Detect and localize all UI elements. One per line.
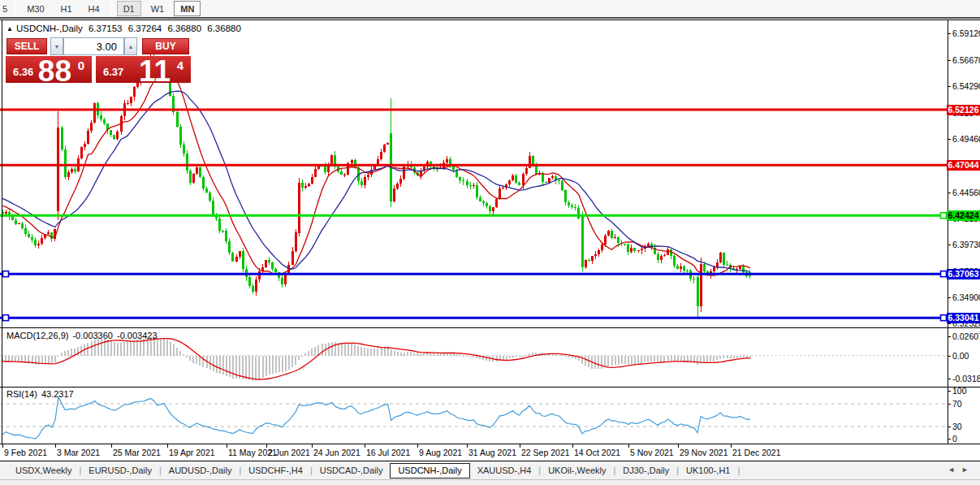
chart-tab-usdcnh-daily[interactable]: USDCNH-,Daily <box>390 463 469 479</box>
chart-tab-uk100-h1[interactable]: UK100-,H1 <box>679 463 737 478</box>
ohlc-low: 6.36880 <box>167 24 201 33</box>
date-label: 14 Oct 2021 <box>574 448 620 457</box>
price-axis-separator[interactable] <box>948 19 948 444</box>
date-tick <box>520 444 520 448</box>
rsi-axis-tick <box>948 391 951 392</box>
price-tick <box>948 86 951 87</box>
rsi-axis-label: 70 <box>952 399 962 409</box>
tab-scroll-arrows[interactable]: ◄► <box>948 466 975 474</box>
chart-tab-dj30-daily[interactable]: DJ30-,Daily <box>615 463 676 478</box>
date-tick <box>572 444 573 448</box>
volume-decrease-button[interactable]: ▼ <box>50 37 63 55</box>
rsi-panel[interactable] <box>0 388 948 444</box>
date-label: 25 Mar 2021 <box>113 448 161 457</box>
level-price-badge: 6.52126 <box>947 105 980 115</box>
timeframe-button-d1[interactable]: D1 <box>117 1 141 16</box>
level-price-badge: 6.47044 <box>947 160 980 171</box>
date-tick <box>227 444 227 448</box>
date-tick <box>167 444 168 448</box>
toolbar-separator <box>111 2 112 16</box>
sell-price-quote[interactable]: 6.36 88 0 <box>6 56 92 83</box>
volume-input[interactable] <box>63 37 124 55</box>
date-label: 2 Jun 2021 <box>268 448 310 457</box>
level-price-badge: 6.33041 <box>947 313 980 323</box>
price-tick <box>948 297 951 298</box>
rsi-name: RSI(14) <box>6 389 37 399</box>
candles <box>2 48 752 319</box>
date-tick <box>266 444 267 448</box>
timeframe-button-h4[interactable]: H4 <box>82 1 106 16</box>
chart-tab-bar: USDX,Weekly|EURUSD-,Daily|AUDUSD-,Daily|… <box>0 461 980 479</box>
date-tick <box>2 444 3 448</box>
mt4-terminal: 5M30H1H4D1W1MN ▲USDCNH-,Daily 6.37153 6.… <box>0 0 980 485</box>
chart-tab-ukoil-weekly[interactable]: UKOil-,Weekly <box>541 463 613 478</box>
date-tick <box>55 444 56 448</box>
tab-scroll-left-icon[interactable]: ◄ <box>948 466 961 474</box>
price-tick <box>948 60 951 61</box>
date-tick <box>365 444 365 448</box>
buy-price-big: 11 <box>139 56 171 86</box>
chart-tab-eurusd-daily[interactable]: EURUSD-,Daily <box>81 463 159 478</box>
date-label: 24 Jun 2021 <box>313 448 360 457</box>
ohlc-high: 6.37264 <box>128 24 162 33</box>
chart-tab-xauusd-h4[interactable]: XAUUSD-,H4 <box>470 463 539 478</box>
macd-axis-tick <box>948 356 951 357</box>
price-tick <box>948 323 951 324</box>
sell-button[interactable]: SELL <box>6 38 47 54</box>
price-axis-label: 6.39730 <box>952 240 980 249</box>
rsi-separator[interactable] <box>0 387 980 388</box>
timeframe-button-h1[interactable]: H1 <box>54 1 79 16</box>
rsi-label: RSI(14)43.2317 <box>6 389 78 399</box>
timeframe-button-5[interactable]: 5 <box>0 1 10 16</box>
level-handle <box>3 271 9 277</box>
price-tick <box>948 245 951 245</box>
macd-histogram <box>2 337 751 380</box>
chart-tab-usdchf-h4[interactable]: USDCHF-,H4 <box>241 463 310 478</box>
buy-button[interactable]: BUY <box>142 38 189 54</box>
date-tick <box>628 444 629 448</box>
chart-left-border <box>2 19 2 444</box>
timeframe-button-w1[interactable]: W1 <box>145 1 171 16</box>
symbol-period-label: USDCNH-,Daily <box>16 24 83 33</box>
rsi-axis-tick <box>948 439 951 440</box>
timeframe-toolbar: 5M30H1H4D1W1MN <box>0 0 980 19</box>
chart-tab-usdcad-daily[interactable]: USDCAD-,Daily <box>313 463 391 478</box>
status-strip <box>0 479 980 485</box>
date-label: 31 Aug 2021 <box>468 448 516 457</box>
date-tick <box>678 444 679 448</box>
ma-slow-line <box>2 91 750 271</box>
date-label: 22 Sep 2021 <box>521 448 570 457</box>
buy-price-quote[interactable]: 6.37 11 4 <box>96 56 191 83</box>
volume-increase-button[interactable]: ▲ <box>124 37 137 55</box>
chart-top-border <box>0 19 980 20</box>
macd-separator[interactable] <box>0 327 980 328</box>
tab-scroll-right-icon[interactable]: ► <box>961 466 975 474</box>
date-label: 19 Apr 2021 <box>169 448 215 457</box>
rsi-axis-label: 0 <box>952 434 957 444</box>
chart-tab-audusd-daily[interactable]: AUDUSD-,Daily <box>162 463 240 478</box>
macd-name: MACD(12,26,9) <box>6 331 68 340</box>
timeframe-button-mn[interactable]: MN <box>174 1 201 16</box>
timeframe-button-m30[interactable]: M30 <box>20 1 50 16</box>
level-price-badge: 6.37063 <box>947 269 980 279</box>
macd-axis-label: 0.00 <box>952 351 969 361</box>
date-label: 3 Mar 2021 <box>57 448 100 457</box>
macd-label: MACD(12,26,9)-0.003360-0.003423 <box>6 331 162 340</box>
macd-axis-tick <box>948 336 951 337</box>
date-tick <box>417 444 418 448</box>
date-label: 9 Feb 2021 <box>4 448 47 457</box>
rsi-axis-label: 100 <box>952 386 967 396</box>
level-handle <box>3 315 9 321</box>
dateaxis-separator <box>0 444 980 444</box>
date-tick <box>467 444 468 448</box>
rsi-axis-label: 30 <box>952 422 962 431</box>
macd-axis-tick <box>948 379 951 379</box>
level-handle <box>941 315 947 321</box>
chart-tab-usdx-weekly[interactable]: USDX,Weekly <box>8 463 79 478</box>
price-tick <box>948 33 951 34</box>
date-label: 9 Aug 2021 <box>419 448 462 457</box>
price-axis-label: 6.54290 <box>952 81 980 91</box>
rsi-value: 43.2317 <box>41 389 74 399</box>
sell-price-pip: 0 <box>78 58 84 72</box>
collapse-icon[interactable]: ▲ <box>6 25 13 32</box>
